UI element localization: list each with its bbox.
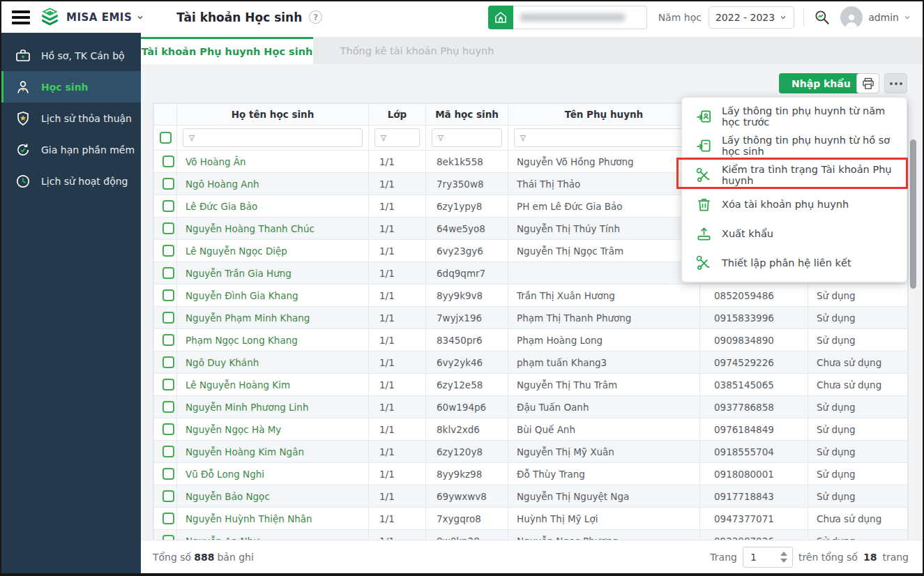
student-name-cell[interactable]: Nguyễn Trần Gia Hưng	[177, 262, 369, 285]
filter-input-parent[interactable]	[514, 128, 694, 147]
import-file-icon	[696, 138, 712, 154]
row-checkbox[interactable]	[162, 289, 174, 301]
filter-input-name[interactable]	[183, 128, 363, 147]
student-icon	[14, 79, 32, 96]
row-checkbox[interactable]	[162, 178, 174, 190]
row-checkbox[interactable]	[162, 513, 174, 524]
column-header-name[interactable]: Họ tên học sinh	[177, 104, 369, 126]
filter-funnel-icon	[379, 134, 388, 142]
school-year-select[interactable]: 2022 - 2023	[709, 6, 794, 29]
student-name-cell[interactable]: Nguyễn Ngọc Hà My	[177, 418, 369, 441]
menu-item-4[interactable]: Xuất khẩu	[682, 219, 907, 248]
student-name-cell[interactable]: Nguyễn Bảo Ngọc	[177, 485, 369, 508]
scrollbar-thumb[interactable]	[910, 139, 916, 289]
row-checkbox[interactable]	[162, 245, 174, 257]
more-actions-button[interactable]	[884, 73, 907, 93]
school-selector[interactable]	[488, 6, 647, 29]
row-checkbox[interactable]	[162, 334, 174, 346]
column-header-parent[interactable]: Tên Phụ huynh	[508, 104, 700, 126]
table-row: Phạm Ngọc Long Khang 1/1 83450pr6 Phạm H…	[154, 329, 909, 351]
menu-item-0[interactable]: Lấy thông tin phụ huynh từ năm học trước	[682, 102, 907, 131]
table-row: Nguyễn Hoàng Kim Ngân 1/1 6zy120y8 Nguyễ…	[154, 441, 909, 463]
sidebar-item-gia-han-phan-mem[interactable]: Gia hạn phần mềm	[1, 134, 141, 165]
tab-parent-accounts[interactable]: Tài khoản Phụ huynh Học sinh	[141, 37, 313, 64]
student-name-cell[interactable]: Lê Nguyễn Ngọc Diệp	[177, 240, 369, 262]
row-checkbox[interactable]	[162, 423, 174, 435]
vertical-scrollbar[interactable]	[908, 103, 916, 540]
class-cell: 1/1	[369, 151, 426, 173]
phone-cell: 0909834890	[700, 329, 808, 351]
page-up-icon[interactable]	[780, 552, 787, 556]
misa-logo-icon	[39, 6, 61, 29]
phone-cell: 0937786858	[700, 396, 808, 418]
row-checkbox[interactable]	[162, 401, 174, 413]
row-checkbox[interactable]	[162, 446, 174, 457]
student-name-cell[interactable]: Phạm Ngọc Long Khang	[177, 329, 369, 351]
print-button[interactable]	[856, 73, 879, 93]
status-cell: Sử dụng	[808, 463, 909, 485]
chevron-down-icon[interactable]	[903, 13, 911, 22]
student-code-cell: 60w194p6	[426, 396, 508, 418]
parent-name-cell: phạm tuấn Khang3	[508, 351, 700, 374]
column-header-code[interactable]: Mã học sinh	[426, 104, 508, 126]
help-icon[interactable]: ?	[309, 10, 322, 24]
row-checkbox[interactable]	[162, 222, 174, 234]
sidebar-item-ho-so-tk-can-bo[interactable]: Hồ sơ, TK Cán bộ	[1, 40, 141, 71]
briefcase-icon	[14, 47, 32, 64]
page-down-icon[interactable]	[780, 559, 787, 563]
menu-item-3[interactable]: Xóa tài khoản phụ huynh	[682, 190, 907, 219]
class-cell: 1/1	[369, 218, 426, 240]
student-name-cell[interactable]: Ngô Hoàng Anh	[177, 173, 369, 195]
student-name-cell[interactable]: Võ Hoàng Ân	[177, 151, 369, 173]
page-number-input[interactable]	[743, 552, 771, 563]
row-checkbox[interactable]	[162, 312, 174, 324]
sidebar-item-lich-su-hoat-dong[interactable]: Lịch sử hoạt động	[1, 165, 141, 197]
student-name-cell[interactable]: Nguyễn Hoàng Kim Ngân	[177, 441, 369, 463]
row-checkbox[interactable]	[162, 379, 174, 391]
export-icon	[696, 226, 712, 242]
pages-suffix: trang	[882, 552, 909, 563]
student-code-cell: 6vy2yk46	[426, 351, 508, 374]
class-cell: 1/1	[369, 463, 426, 485]
row-checkbox[interactable]	[162, 267, 174, 279]
import-button[interactable]: Nhập khẩu	[779, 73, 863, 93]
menu-item-1[interactable]: Lấy thông tin phụ huynh từ hồ sơ học sin…	[682, 131, 907, 160]
menu-item-2[interactable]: Kiểm tra tình trạng Tài khoản Phụ huynh	[682, 160, 907, 190]
search-icon[interactable]	[813, 8, 831, 26]
user-avatar[interactable]	[840, 6, 863, 29]
phone-cell: 0385145065	[700, 374, 808, 396]
student-name-cell[interactable]: Lê Đức Gia Bảo	[177, 195, 369, 218]
phone-cell: 0915833996	[700, 307, 808, 329]
brand-logo[interactable]: MISA EMIS	[39, 6, 144, 29]
student-name-cell[interactable]: Nguyễn Phạm Minh Khang	[177, 307, 369, 329]
student-name-cell[interactable]: Ngô Duy Khánh	[177, 351, 369, 374]
student-name-cell[interactable]: Nguyễn Hoàng Thanh Chúc	[177, 218, 369, 240]
username[interactable]: admin	[868, 12, 899, 23]
row-checkbox[interactable]	[162, 356, 174, 368]
sidebar-item-hoc-sinh[interactable]: Học sinh	[1, 71, 141, 103]
tab-statistics[interactable]: Thống kê tài khoản Phụ huynh	[313, 37, 521, 64]
student-code-cell: 6dq9qmr7	[426, 262, 508, 285]
sidebar-item-lich-su-thoa-thuan[interactable]: Lịch sử thỏa thuận	[1, 103, 141, 134]
row-checkbox[interactable]	[162, 468, 174, 480]
student-name-cell[interactable]: Nguyễn Huỳnh Thiện Nhân	[177, 508, 369, 530]
more-actions-menu: Lấy thông tin phụ huynh từ năm học trước…	[681, 97, 907, 282]
student-name-cell[interactable]: Lê Nguyễn Hoàng Kim	[177, 374, 369, 396]
row-checkbox[interactable]	[162, 156, 174, 167]
student-name-cell[interactable]: Nguyễn Minh Phương Linh	[177, 396, 369, 418]
student-name-cell[interactable]: Vũ Đỗ Long Nghi	[177, 463, 369, 485]
class-cell: 1/1	[369, 441, 426, 463]
chevron-down-icon	[779, 13, 787, 22]
page-number-box	[743, 547, 793, 568]
row-checkbox[interactable]	[162, 490, 174, 502]
student-name-cell[interactable]: Nguyễn Đình Gia Khang	[177, 285, 369, 307]
phone-cell: 0852059486	[700, 285, 808, 307]
select-all-checkbox[interactable]	[160, 132, 172, 144]
class-cell: 1/1	[369, 418, 426, 441]
column-header-class[interactable]: Lớp	[369, 104, 426, 126]
hamburger-menu-icon[interactable]	[12, 10, 30, 24]
menu-item-5[interactable]: Thiết lập phân hệ liên kết	[682, 248, 907, 278]
row-checkbox[interactable]	[162, 200, 174, 212]
table-row: Nguyễn Bảo Ngọc 1/1 69ywxwv8 Nguyễn Thị …	[154, 485, 909, 508]
student-code-cell: 6vy23gy6	[426, 240, 508, 262]
